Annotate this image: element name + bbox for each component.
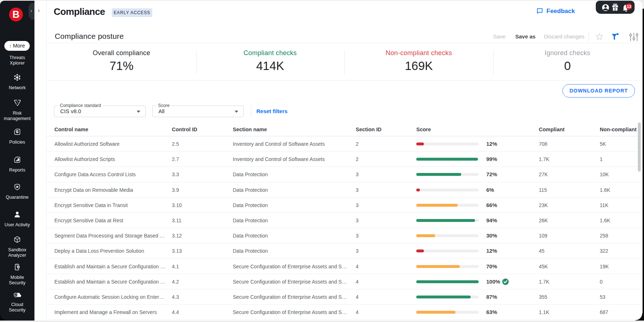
svg-text:13: 13 (627, 4, 631, 9)
